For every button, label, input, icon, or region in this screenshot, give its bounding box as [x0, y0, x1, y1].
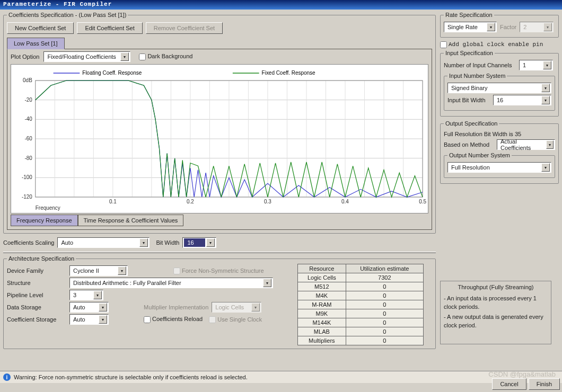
data-storage-select[interactable]: Auto	[69, 302, 109, 313]
plot-panel: Plot Option Fixed/Floating Coefficients …	[7, 49, 432, 230]
use-single-clock-checkbox: Use Single Clock	[209, 316, 262, 323]
throughput-line2: - A new output data is generated every c…	[444, 313, 548, 329]
svg-text:-20: -20	[24, 97, 32, 103]
dark-background-checkbox[interactable]: Dark Background	[139, 53, 192, 60]
finish-button[interactable]: Finish	[529, 378, 560, 390]
svg-text:0.1: 0.1	[109, 199, 117, 204]
table-row: Multipliers0	[298, 336, 424, 345]
force-nonsym-checkbox: Force Non-Symmetric Structure	[173, 268, 264, 274]
utilization-col-resource: Resource	[298, 264, 346, 273]
svg-text:-60: -60	[24, 136, 32, 141]
cancel-button[interactable]: Cancel	[492, 378, 526, 390]
svg-text:0dB: 0dB	[23, 77, 32, 83]
rate-select[interactable]: Single Rate	[444, 22, 497, 32]
output-specification-title: Output Specification	[444, 120, 499, 127]
input-channels-select[interactable]: 1	[519, 60, 553, 70]
svg-text:0.4: 0.4	[341, 199, 349, 204]
chevron-down-icon	[543, 23, 552, 31]
throughput-title: Throughput (Fully Streaming)	[444, 283, 548, 291]
svg-text:Fixed Coeff. Response: Fixed Coeff. Response	[262, 70, 315, 76]
based-on-method-select[interactable]: Actual Coefficients	[497, 139, 555, 150]
chevron-down-icon[interactable]	[546, 140, 554, 149]
coefficients-reload-checkbox[interactable]: Coefficients Reload	[144, 316, 203, 323]
chevron-down-icon[interactable]	[99, 315, 107, 324]
output-number-system-select[interactable]: Full Resolution	[447, 162, 551, 173]
multiplier-implementation-label: Multiplier Implementation	[144, 304, 208, 310]
table-row: M144K0	[298, 318, 424, 327]
input-specification-title: Input Specification	[444, 50, 495, 56]
coefficients-spec-title: Coefficients Specification - (Low Pass S…	[7, 12, 128, 18]
full-resolution-text: Full Resolution Bit Width is 35	[444, 131, 555, 137]
table-row: M4K0	[298, 291, 424, 300]
table-row: MLAB0	[298, 327, 424, 336]
chevron-down-icon[interactable]	[541, 84, 550, 92]
output-number-system-group: Output Number System Full Resolution	[444, 152, 555, 178]
device-family-select[interactable]: Cyclone II	[69, 265, 128, 276]
pipeline-level-select[interactable]: 3	[69, 290, 103, 300]
rate-specification-title: Rate Specification	[444, 12, 494, 18]
structure-select[interactable]: Distributed Arithmetic : Fully Parallel …	[69, 278, 273, 288]
chevron-down-icon[interactable]	[487, 23, 495, 31]
pipeline-level-label: Pipeline Level	[7, 292, 66, 298]
svg-text:Frequency: Frequency	[36, 205, 60, 211]
chevron-down-icon[interactable]	[93, 291, 102, 299]
warning-bar: i Warning: Force non-symmetric structure…	[0, 371, 562, 383]
add-global-clock-checkbox[interactable]: Add global clock enable pin	[440, 41, 559, 48]
tab-low-pass-set[interactable]: Low Pass Set [1]	[7, 38, 65, 49]
chevron-down-icon[interactable]	[263, 279, 271, 287]
svg-text:Floating Coeff. Response: Floating Coeff. Response	[82, 70, 142, 76]
warning-text: Warning: Force non-symmetric structure i…	[14, 374, 248, 380]
input-number-system-select[interactable]: Signed Binary	[447, 83, 551, 93]
svg-text:0.2: 0.2	[187, 199, 194, 204]
tab-frequency-response[interactable]: Frequency Response	[11, 215, 78, 226]
svg-text:-80: -80	[24, 155, 32, 161]
chevron-down-icon[interactable]	[139, 238, 148, 247]
input-bit-width-select[interactable]: 16	[493, 95, 551, 105]
chevron-down-icon[interactable]	[206, 238, 215, 247]
output-specification-group: Output Specification Full Resolution Bit…	[440, 120, 559, 184]
table-row: Logic Cells7302	[298, 273, 424, 282]
chevron-down-icon[interactable]	[541, 163, 550, 172]
splitter[interactable]	[3, 252, 436, 253]
svg-text:-120: -120	[22, 194, 32, 200]
svg-text:0.3: 0.3	[264, 199, 271, 204]
input-specification-group: Input Specification Number of Input Chan…	[440, 50, 559, 117]
device-family-label: Device Family	[7, 268, 66, 274]
remove-coefficient-set-button: Remove Coefficient Set	[146, 22, 223, 34]
utilization-table: Resource Utilization estimate Logic Cell…	[297, 264, 424, 345]
throughput-line1: - An input data is processed every 1 clo…	[444, 295, 548, 311]
chevron-down-icon[interactable]	[541, 96, 550, 104]
input-number-system-group: Input Number System Signed Binary Input …	[444, 73, 555, 111]
table-row: M5120	[298, 282, 424, 291]
data-storage-label: Data Storage	[7, 304, 66, 310]
utilization-col-estimate: Utilization estimate	[346, 264, 423, 273]
bit-width-label: Bit Width	[156, 239, 179, 246]
tab-time-response[interactable]: Time Response & Coefficient Values	[78, 215, 184, 226]
svg-text:-40: -40	[24, 116, 32, 122]
multiplier-implementation-select: Logic Cells	[212, 302, 261, 313]
window-title: Parameterize - FIR Compiler	[0, 0, 562, 10]
input-number-system-title: Input Number System	[447, 73, 507, 79]
coefficient-storage-select[interactable]: Auto	[69, 314, 109, 325]
coefficients-scaling-select[interactable]: Auto	[57, 237, 150, 248]
bit-width-select[interactable]: 16	[182, 237, 216, 248]
based-on-method-label: Based on Method	[444, 141, 494, 148]
architecture-spec-title: Architecture Specification	[7, 255, 76, 262]
new-coefficient-set-button[interactable]: New Coefficient Set	[7, 22, 74, 34]
coefficients-scaling-label: Coefficients Scaling	[3, 239, 54, 246]
table-row: M-RAM0	[298, 300, 424, 309]
table-row: M9K0	[298, 309, 424, 318]
throughput-panel: Throughput (Fully Streaming) - An input …	[440, 281, 551, 344]
plot-option-select[interactable]: Fixed/Floating Coefficients	[43, 51, 130, 62]
input-channels-label: Number of Input Channels	[444, 62, 516, 68]
info-icon: i	[3, 373, 11, 381]
architecture-spec-group: Architecture Specification Device Family…	[3, 255, 436, 349]
output-number-system-title: Output Number System	[447, 152, 512, 158]
svg-text:-100: -100	[22, 174, 32, 180]
edit-coefficient-set-button[interactable]: Edit Coefficient Set	[77, 22, 142, 34]
chevron-down-icon[interactable]	[543, 61, 551, 69]
chevron-down-icon[interactable]	[118, 266, 126, 275]
chevron-down-icon[interactable]	[120, 52, 129, 61]
chevron-down-icon[interactable]	[99, 303, 107, 311]
structure-label: Structure	[7, 280, 66, 286]
